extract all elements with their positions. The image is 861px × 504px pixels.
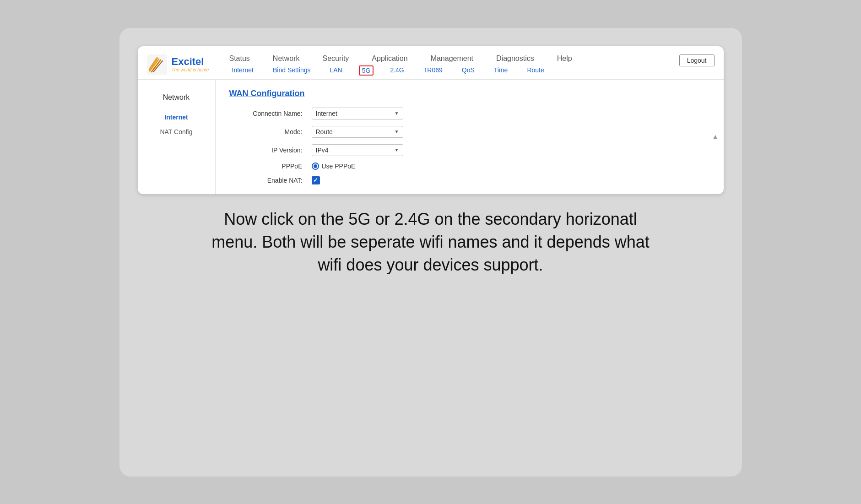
pppoe-radio-label: Use PPPoE — [322, 163, 356, 170]
navbar: Excitel The world is home Status Network… — [138, 46, 724, 80]
subnav-5g[interactable]: 5G — [359, 65, 374, 76]
instruction-line2: menu. Both will be seperate wifi names a… — [211, 233, 650, 251]
logo-subtitle: The world is home — [172, 67, 209, 72]
radio-dot-inner — [314, 164, 317, 168]
ip-version-select[interactable]: IPv4 ▼ — [312, 144, 403, 156]
instruction-line3: wifi does your devices support. — [318, 255, 543, 274]
scroll-up-icon: ▲ — [712, 133, 719, 141]
excitel-logo-icon — [147, 54, 167, 75]
mode-select[interactable]: Route ▼ — [312, 126, 403, 138]
sidebar-header: Network — [142, 89, 211, 106]
browser-panel: Excitel The world is home Status Network… — [138, 46, 724, 194]
sidebar-item-nat-config[interactable]: NAT Config — [142, 128, 211, 135]
nav-help[interactable]: Help — [557, 54, 572, 63]
enable-nat-checkbox[interactable]: ✓ — [312, 176, 320, 184]
enable-nat-label: Enable NAT: — [229, 177, 303, 184]
connection-name-select[interactable]: Internet ▼ — [312, 108, 403, 119]
form-row-enable-nat: Enable NAT: ✓ — [229, 176, 458, 184]
chevron-down-icon-mode: ▼ — [395, 129, 399, 134]
mode-label: Mode: — [229, 128, 303, 135]
pppoe-label: PPPoE — [229, 163, 303, 170]
nav-security[interactable]: Security — [323, 54, 349, 63]
logo-title: Excitel — [172, 56, 209, 67]
form-row-connection-name: Connectin Name: Internet ▼ — [229, 108, 458, 119]
subnav-time[interactable]: Time — [491, 65, 511, 76]
subnav-24g[interactable]: 2.4G — [387, 65, 406, 76]
form-row-pppoe: PPPoE Use PPPoE — [229, 163, 458, 170]
logo-text-block: Excitel The world is home — [172, 56, 209, 72]
nav-application[interactable]: Application — [372, 54, 407, 63]
sidebar-item-internet[interactable]: Internet — [142, 114, 211, 121]
left-sidebar: Network Internet NAT Config — [138, 80, 216, 194]
form-row-mode: Mode: Route ▼ — [229, 126, 458, 138]
subnav-bind-settings[interactable]: Bind Settings — [270, 65, 314, 76]
subnav-route[interactable]: Route — [524, 65, 547, 76]
wan-config-form: Connectin Name: Internet ▼ Mode: Route ▼ — [229, 108, 458, 184]
subnav-qos[interactable]: QoS — [459, 65, 477, 76]
logout-button[interactable]: Logout — [679, 54, 715, 66]
nav-diagnostics[interactable]: Diagnostics — [496, 54, 534, 63]
instruction-text: Now click on the 5G or 2.4G on the secon… — [211, 208, 650, 277]
radio-dot-pppoe — [312, 163, 319, 170]
connection-name-label: Connectin Name: — [229, 110, 303, 117]
section-title: WAN Configuration — [229, 89, 710, 98]
mode-value: Route — [316, 128, 333, 135]
chevron-down-icon-ip: ▼ — [395, 147, 399, 152]
ip-version-label: IP Version: — [229, 146, 303, 154]
content-area: Network Internet NAT Config WAN Configur… — [138, 80, 724, 194]
main-content: WAN Configuration Connectin Name: Intern… — [216, 80, 724, 194]
form-row-ip-version: IP Version: IPv4 ▼ — [229, 144, 458, 156]
subnav-internet[interactable]: Internet — [229, 65, 256, 76]
secondary-nav: Internet Bind Settings LAN 5G 2.4G TR069… — [229, 65, 710, 79]
pppoe-radio[interactable]: Use PPPoE — [312, 163, 356, 170]
connection-name-value: Internet — [316, 110, 337, 117]
nav-management[interactable]: Management — [431, 54, 473, 63]
instruction-line1: Now click on the 5G or 2.4G on the secon… — [224, 210, 637, 228]
logo-area: Excitel The world is home — [147, 54, 220, 79]
primary-nav: Status Network Security Application Mana… — [229, 54, 710, 65]
chevron-down-icon: ▼ — [395, 111, 399, 116]
subnav-tr069[interactable]: TR069 — [421, 65, 445, 76]
subnav-lan[interactable]: LAN — [327, 65, 345, 76]
outer-card: Excitel The world is home Status Network… — [119, 28, 742, 477]
nav-status[interactable]: Status — [229, 54, 250, 63]
nav-menus: Status Network Security Application Mana… — [229, 54, 710, 79]
ip-version-value: IPv4 — [316, 146, 329, 154]
nav-network[interactable]: Network — [273, 54, 300, 63]
